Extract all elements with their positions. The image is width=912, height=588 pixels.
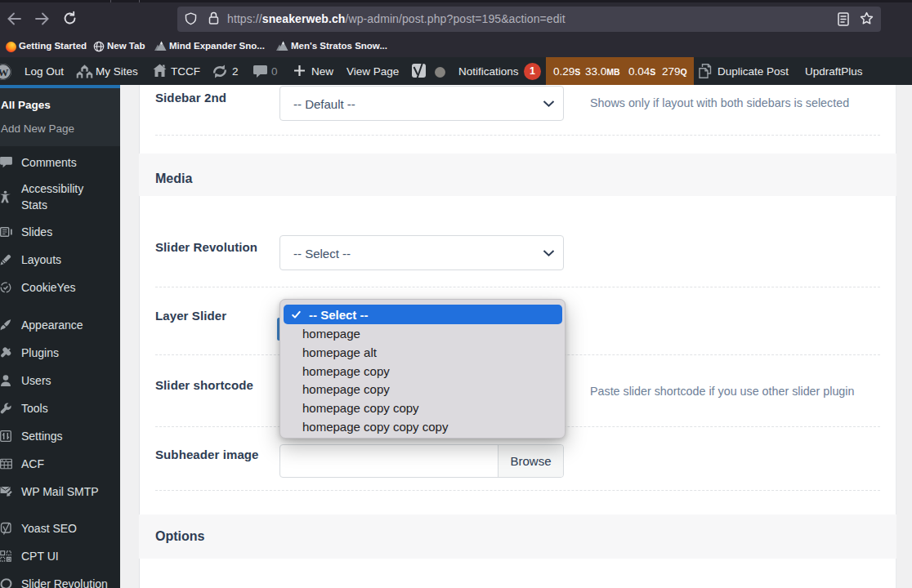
svg-text:W: W xyxy=(0,66,9,78)
